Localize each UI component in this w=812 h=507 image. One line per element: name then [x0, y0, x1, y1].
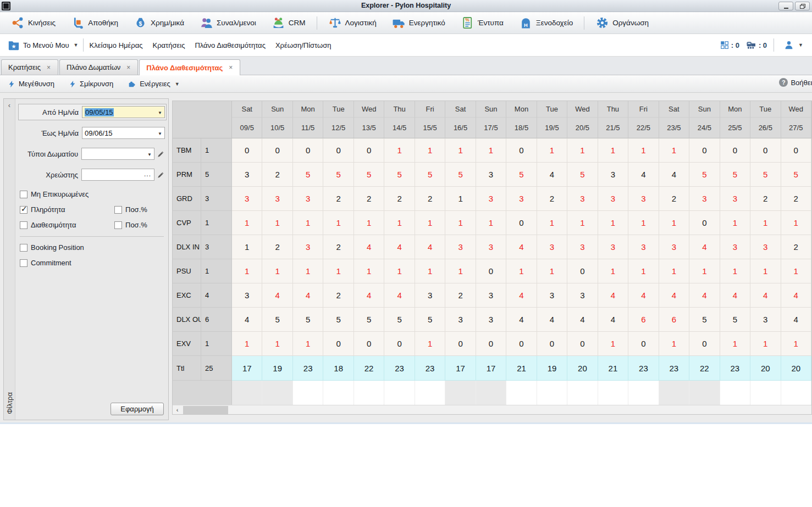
- help-button[interactable]: ? Βοήθεια: [779, 78, 812, 87]
- availability-cell[interactable]: 0: [628, 332, 659, 356]
- availability-cell[interactable]: 0: [262, 138, 292, 163]
- day-header[interactable]: Sat: [232, 101, 262, 118]
- availability-cell[interactable]: 2: [781, 235, 811, 259]
- availability-cell[interactable]: 1: [323, 259, 353, 283]
- availability-cell[interactable]: 1: [293, 332, 323, 356]
- dropdown-caret-icon[interactable]: ▼: [158, 131, 162, 136]
- date-header[interactable]: 22/5: [628, 118, 659, 138]
- availability-cell[interactable]: 6: [628, 308, 659, 332]
- total-cell[interactable]: 17: [476, 356, 506, 381]
- tab-close-icon[interactable]: ×: [126, 64, 131, 71]
- availability-cell[interactable]: 4: [781, 283, 811, 308]
- menu-item-logistiki[interactable]: Λογιστική: [323, 14, 382, 32]
- checkbox-box[interactable]: [20, 259, 27, 267]
- availability-cell[interactable]: 3: [567, 187, 598, 211]
- availability-cell[interactable]: 4: [567, 308, 598, 332]
- availability-cell[interactable]: 0: [476, 259, 506, 283]
- apply-button[interactable]: Εφαρμογή: [111, 403, 164, 415]
- availability-cell[interactable]: 1: [262, 332, 292, 356]
- availability-cell[interactable]: 5: [720, 308, 750, 332]
- availability-cell[interactable]: 3: [232, 163, 262, 187]
- availability-cell[interactable]: 1: [598, 138, 628, 163]
- availability-cell[interactable]: 5: [750, 163, 781, 187]
- date-header[interactable]: 25/5: [720, 118, 750, 138]
- zoom-out-button[interactable]: Σμίκρυνση: [67, 78, 115, 90]
- availability-cell[interactable]: 4: [384, 235, 415, 259]
- availability-cell[interactable]: 0: [354, 138, 384, 163]
- room-type-capacity[interactable]: 3: [201, 235, 232, 259]
- total-cell[interactable]: 22: [689, 356, 720, 381]
- availability-cell[interactable]: 5: [293, 163, 323, 187]
- availability-cell[interactable]: 3: [476, 283, 506, 308]
- availability-cell[interactable]: 3: [689, 187, 720, 211]
- availability-cell[interactable]: 1: [384, 211, 415, 235]
- availability-cell[interactable]: 1: [445, 211, 476, 235]
- availability-cell[interactable]: 4: [750, 283, 781, 308]
- date-header[interactable]: 26/5: [750, 118, 781, 138]
- availability-cell[interactable]: 0: [354, 332, 384, 356]
- collapse-panel-button[interactable]: ‹: [4, 101, 15, 109]
- availability-cell[interactable]: 5: [506, 163, 537, 187]
- total-row-code[interactable]: Ttl: [173, 356, 201, 381]
- day-header[interactable]: Sat: [659, 101, 689, 118]
- day-header[interactable]: Fri: [628, 101, 659, 118]
- tab-0[interactable]: Κρατήσεις×: [1, 59, 58, 75]
- availability-cell[interactable]: 0: [476, 332, 506, 356]
- total-row-capacity[interactable]: 25: [201, 356, 232, 381]
- availability-cell[interactable]: 1: [232, 211, 262, 235]
- availability-cell[interactable]: 2: [415, 187, 445, 211]
- availability-cell[interactable]: 5: [323, 163, 353, 187]
- day-header[interactable]: Mon: [293, 101, 323, 118]
- favorites-link-1[interactable]: Κρατήσεις: [147, 39, 190, 52]
- availability-cell[interactable]: 5: [781, 163, 811, 187]
- availability-cell[interactable]: 5: [384, 163, 415, 187]
- availability-cell[interactable]: 1: [384, 259, 415, 283]
- pencil-icon[interactable]: [157, 150, 165, 158]
- availability-cell[interactable]: 1: [354, 259, 384, 283]
- room-type-capacity[interactable]: 1: [201, 211, 232, 235]
- availability-cell[interactable]: 5: [689, 308, 720, 332]
- lookup-ellipsis-button[interactable]: ...: [144, 170, 151, 178]
- availability-cell[interactable]: 3: [598, 235, 628, 259]
- checkbox-box[interactable]: [20, 191, 27, 198]
- room-type-code[interactable]: DLX IN: [173, 235, 201, 259]
- availability-cell[interactable]: 1: [445, 187, 476, 211]
- pencil-icon[interactable]: [157, 171, 165, 179]
- tab-close-icon[interactable]: ×: [46, 64, 51, 71]
- room-type-capacity[interactable]: 3: [201, 187, 232, 211]
- minimize-button[interactable]: [778, 2, 793, 10]
- availability-cell[interactable]: 2: [445, 283, 476, 308]
- availability-cell[interactable]: 2: [537, 187, 567, 211]
- availability-cell[interactable]: 4: [262, 283, 292, 308]
- availability-cell[interactable]: 1: [659, 138, 689, 163]
- availability-cell[interactable]: 4: [506, 308, 537, 332]
- favorites-link-2[interactable]: Πλάνο Διαθεσιμότητας: [190, 39, 270, 52]
- room-type-capacity[interactable]: 5: [201, 163, 232, 187]
- to-date-field[interactable]: 09/06/15▼: [82, 127, 165, 139]
- availability-cell[interactable]: 2: [323, 283, 353, 308]
- availability-cell[interactable]: 3: [445, 308, 476, 332]
- actions-menu-button[interactable]: Ενέργειες ▼: [125, 78, 182, 90]
- availability-cell[interactable]: 1: [750, 211, 781, 235]
- date-header[interactable]: 11/5: [293, 118, 323, 138]
- availability-cell[interactable]: 3: [537, 235, 567, 259]
- availability-cell[interactable]: 3: [476, 308, 506, 332]
- jobs-counter[interactable]: : 0: [745, 40, 767, 51]
- availability-cell[interactable]: 4: [598, 283, 628, 308]
- availability-cell[interactable]: 1: [720, 211, 750, 235]
- availability-cell[interactable]: 5: [567, 163, 598, 187]
- checkbox-commitment[interactable]: Commitment: [20, 259, 114, 267]
- availability-cell[interactable]: 4: [720, 283, 750, 308]
- availability-cell[interactable]: 3: [537, 283, 567, 308]
- availability-cell[interactable]: 4: [293, 283, 323, 308]
- favorites-link-3[interactable]: Χρέωση/Πίστωση: [270, 39, 336, 52]
- dropdown-caret-icon[interactable]: ▼: [158, 110, 162, 115]
- availability-cell[interactable]: 1: [598, 211, 628, 235]
- room-type-capacity[interactable]: 6: [201, 308, 232, 332]
- day-header[interactable]: Sun: [476, 101, 506, 118]
- day-header[interactable]: Sun: [689, 101, 720, 118]
- availability-cell[interactable]: 0: [567, 332, 598, 356]
- availability-cell[interactable]: 1: [781, 332, 811, 356]
- availability-cell[interactable]: 4: [354, 283, 384, 308]
- day-header[interactable]: Tue: [323, 101, 353, 118]
